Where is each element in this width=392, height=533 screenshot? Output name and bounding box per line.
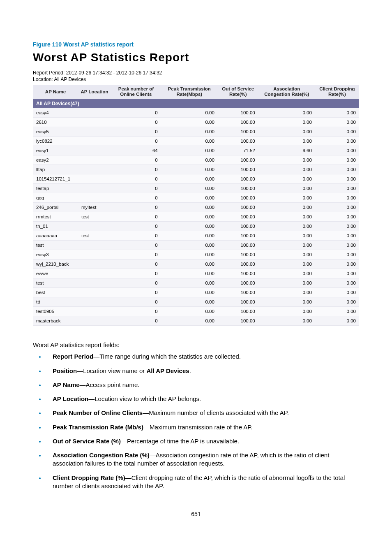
cell-peak-clients: 64 [111,146,161,155]
cell-ap-name: llfap [33,165,78,174]
report-location: Location: All AP Devices [33,76,359,82]
cell-out-of-service: 100.00 [218,193,258,203]
cell-peak-rate: 0.00 [161,278,218,288]
table-row: ttt00.00100.000.000.00 [33,297,359,307]
cell-ap-location [78,278,111,288]
cell-peak-clients: 0 [111,193,161,203]
cell-ap-location [78,250,111,260]
col-peak-rate: Peak Transmission Rate(Mbps) [161,85,218,99]
cell-ap-location [78,174,111,184]
field-term: Client Dropping Rate (%) [53,474,125,481]
cell-ap-name: ttt [33,297,78,307]
cell-out-of-service: 100.00 [218,137,258,146]
cell-assoc-congestion: 0.00 [258,278,315,288]
cell-peak-clients: 0 [111,260,161,269]
field-desc: —Maximum transmission rate of the AP. [143,424,253,431]
field-item: Position—Location view name or All AP De… [45,367,359,375]
cell-assoc-congestion: 0.00 [258,193,315,203]
page-number: 651 [33,511,359,517]
report-period-value: 2012-09-26 17:34:32 - 2012-10-26 17:34:3… [66,70,162,76]
field-item: Report Period—Time range during which th… [45,352,359,361]
table-row: aaaaaaaatest00.00100.000.000.00 [33,231,359,241]
cell-peak-rate: 0.00 [161,316,218,326]
cell-client-dropping: 0.00 [315,222,359,231]
cell-peak-rate: 0.00 [161,165,218,174]
cell-peak-clients: 0 [111,203,161,212]
cell-ap-name: lyc0822 [33,137,78,146]
table-row: 246_portalmyltest00.00100.000.000.00 [33,203,359,212]
field-item: Peak Transmission Rate (Mb/s)—Maximum tr… [45,423,359,431]
cell-assoc-congestion: 0.00 [258,241,315,250]
cell-out-of-service: 100.00 [218,174,258,184]
cell-peak-rate: 0.00 [161,127,218,137]
table-row: th_0100.00100.000.000.00 [33,222,359,231]
cell-out-of-service: 100.00 [218,212,258,222]
cell-client-dropping: 0.00 [315,278,359,288]
cell-out-of-service: 100.00 [218,184,258,193]
cell-peak-rate: 0.00 [161,260,218,269]
cell-ap-name: 246_portal [33,203,78,212]
table-row: best00.00100.000.000.00 [33,288,359,297]
location-value: All AP Devices [54,76,86,82]
report-table: AP Name AP Location Peak number of Onlin… [33,85,359,326]
group-label: All AP Devices(47) [33,99,359,109]
cell-peak-rate: 0.00 [161,203,218,212]
cell-out-of-service: 100.00 [218,222,258,231]
cell-ap-name: aaaaaaaa [33,231,78,241]
cell-peak-rate: 0.00 [161,288,218,297]
page-content: Figure 110 Worst AP statistics report Wo… [0,0,392,533]
table-row: rrmtesttest00.00100.000.000.00 [33,212,359,222]
cell-ap-location [78,269,111,278]
cell-assoc-congestion: 0.00 [258,288,315,297]
cell-client-dropping: 0.00 [315,260,359,269]
cell-out-of-service: 100.00 [218,203,258,212]
cell-client-dropping: 0.00 [315,250,359,260]
report-period-label: Report Period: [33,70,66,76]
cell-peak-rate: 0.00 [161,222,218,231]
cell-assoc-congestion: 0.00 [258,269,315,278]
cell-out-of-service: 71.52 [218,146,258,155]
cell-peak-clients: 0 [111,307,161,316]
cell-assoc-congestion: 0.00 [258,250,315,260]
field-desc-post: . [189,367,191,374]
cell-peak-clients: 0 [111,184,161,193]
cell-ap-name: best [33,288,78,297]
cell-ap-location [78,297,111,307]
cell-peak-rate: 0.00 [161,146,218,155]
table-row: 10154212721_100.00100.000.000.00 [33,174,359,184]
cell-assoc-congestion: 0.00 [258,297,315,307]
cell-peak-rate: 0.00 [161,155,218,165]
table-row: test00.00100.000.000.00 [33,278,359,288]
cell-out-of-service: 100.00 [218,316,258,326]
cell-ap-name: test [33,241,78,250]
cell-peak-clients: 0 [111,269,161,278]
field-term: Report Period [53,353,93,360]
cell-peak-clients: 0 [111,297,161,307]
cell-client-dropping: 0.00 [315,165,359,174]
cell-ap-location [78,108,111,118]
cell-client-dropping: 0.00 [315,241,359,250]
cell-client-dropping: 0.00 [315,127,359,137]
cell-assoc-congestion: 0.00 [258,184,315,193]
cell-out-of-service: 100.00 [218,118,258,127]
cell-assoc-congestion: 9.60 [258,146,315,155]
cell-peak-clients: 0 [111,288,161,297]
cell-peak-clients: 0 [111,155,161,165]
field-desc: —Time range during which the statistics … [93,353,241,360]
cell-out-of-service: 100.00 [218,288,258,297]
cell-ap-name: easy4 [33,108,78,118]
field-item: Association Congestion Rate (%)—Associat… [45,451,359,468]
cell-ap-name: easy2 [33,155,78,165]
cell-out-of-service: 100.00 [218,127,258,137]
table-row: easy500.00100.000.000.00 [33,127,359,137]
cell-peak-rate: 0.00 [161,297,218,307]
cell-assoc-congestion: 0.00 [258,137,315,146]
cell-assoc-congestion: 0.00 [258,155,315,165]
cell-peak-rate: 0.00 [161,212,218,222]
fields-intro: Worst AP statistics report fields: [33,341,359,348]
field-term: Association Congestion Rate (%) [53,452,150,459]
table-row: lyc082200.00100.000.000.00 [33,137,359,146]
field-item: AP Name—Access point name. [45,381,359,389]
cell-peak-rate: 0.00 [161,307,218,316]
cell-ap-name: ewwe [33,269,78,278]
